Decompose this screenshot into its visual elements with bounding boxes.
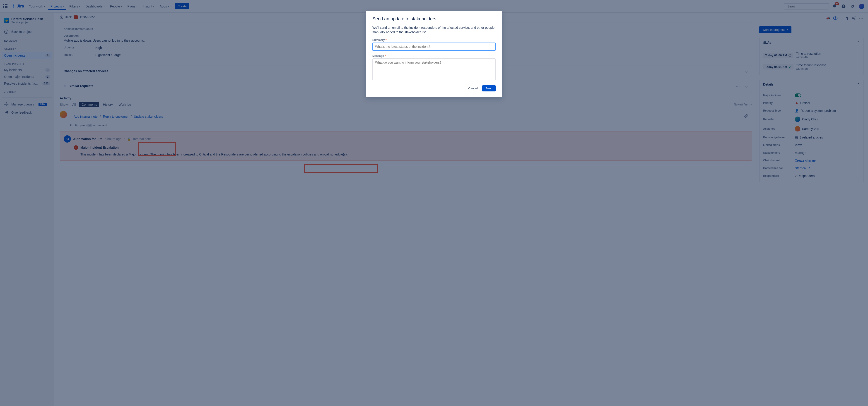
stakeholder-update-modal: Send an update to stakeholders We'll sen… [366,11,502,97]
summary-input[interactable] [372,42,496,51]
cancel-button[interactable]: Cancel [465,85,480,92]
send-button[interactable]: Send [482,85,496,92]
modal-intro: We'll send an email to the incident resp… [372,26,496,34]
summary-label: Summary * [372,38,496,42]
modal-overlay[interactable]: Send an update to stakeholders We'll sen… [0,0,868,406]
modal-title: Send an update to stakeholders [372,16,496,22]
message-textarea[interactable] [372,58,496,80]
message-label: Message * [372,54,496,58]
